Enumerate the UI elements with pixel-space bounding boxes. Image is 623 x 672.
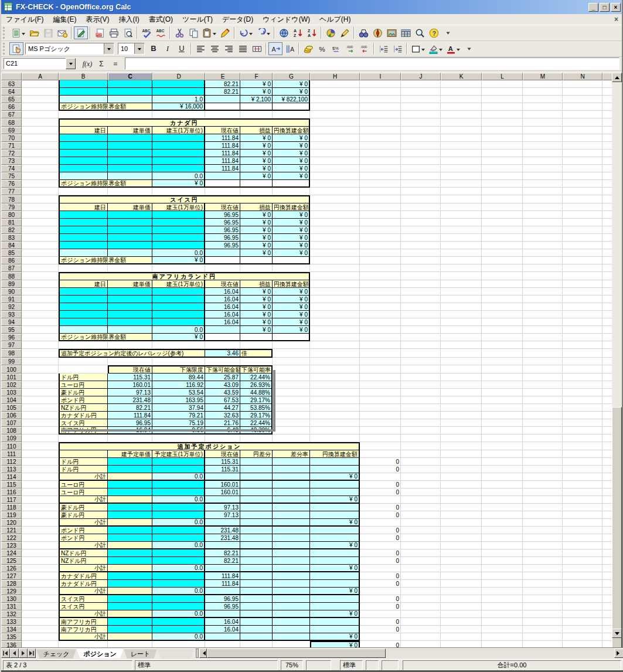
cell-N107[interactable]: [563, 419, 602, 427]
percent-format-button[interactable]: %: [315, 42, 329, 55]
cell-I91[interactable]: [360, 296, 401, 303]
cell-L132[interactable]: [482, 610, 523, 618]
cell-N71[interactable]: [563, 142, 602, 150]
cell-G95[interactable]: ¥ 0: [273, 326, 310, 334]
cell-H120[interactable]: ¥ 0: [310, 519, 360, 527]
row-header-127[interactable]: 127: [1, 572, 22, 580]
cell-D113[interactable]: [152, 466, 205, 473]
row-header-94[interactable]: 94: [1, 318, 22, 326]
cell-A95[interactable]: [22, 326, 59, 334]
cell-H74[interactable]: [310, 165, 360, 172]
cell-K90[interactable]: [441, 288, 482, 296]
cell-G120[interactable]: [273, 519, 310, 527]
cell-N79[interactable]: [563, 203, 602, 211]
column-header-D[interactable]: D: [152, 73, 205, 80]
cell-M85[interactable]: [523, 249, 563, 257]
cell-N125[interactable]: [563, 557, 602, 565]
cell-B92[interactable]: [59, 303, 108, 311]
row-header-86[interactable]: 86: [1, 257, 22, 264]
underline-button[interactable]: U: [175, 42, 189, 55]
cell-H83[interactable]: [310, 234, 360, 242]
cell-M128[interactable]: [523, 580, 563, 588]
cell-M105[interactable]: [523, 404, 563, 412]
cell-F71[interactable]: ¥ 0: [240, 142, 273, 150]
cell-C117[interactable]: [108, 496, 152, 504]
cell-H125[interactable]: [310, 557, 360, 565]
cell-N70[interactable]: [563, 134, 602, 142]
cell-D117[interactable]: 0.0: [152, 496, 205, 504]
cell-G123[interactable]: [273, 542, 310, 549]
cell-K122[interactable]: [441, 534, 482, 542]
cell-G130[interactable]: [273, 595, 310, 603]
cell-J97[interactable]: [401, 341, 441, 349]
cell-G126[interactable]: [273, 565, 310, 572]
cell-L85[interactable]: [482, 249, 523, 257]
cell-I90[interactable]: [360, 288, 401, 296]
cell-I118[interactable]: 0: [360, 504, 401, 511]
data-sources-button[interactable]: [399, 26, 413, 39]
chevron-down-icon[interactable]: [104, 43, 114, 54]
cell-N86[interactable]: [563, 257, 602, 264]
row-header-101[interactable]: 101: [1, 374, 22, 381]
cell-I83[interactable]: [360, 234, 401, 242]
row-header-121[interactable]: 121: [1, 527, 22, 534]
cell-I92[interactable]: [360, 303, 401, 311]
cell-K80[interactable]: [441, 211, 482, 219]
cell-G125[interactable]: [273, 557, 310, 565]
cell-D112[interactable]: [152, 458, 205, 466]
scroll-down-button[interactable]: [612, 629, 622, 638]
cell-C92[interactable]: [108, 303, 152, 311]
cell-H91[interactable]: [310, 296, 360, 303]
row-header-125[interactable]: 125: [1, 557, 22, 565]
cell-M72[interactable]: [523, 150, 563, 157]
cell-D109[interactable]: [152, 435, 205, 442]
cell-F97[interactable]: [240, 341, 273, 349]
cell-C124[interactable]: [108, 549, 152, 557]
cell-K106[interactable]: [441, 412, 482, 419]
cell-E63[interactable]: 82.21: [205, 80, 240, 88]
cell-C116[interactable]: [108, 488, 152, 496]
next-sheet-button[interactable]: [19, 649, 28, 658]
cell-L66[interactable]: [482, 103, 523, 111]
cell-D76[interactable]: ¥ 0: [152, 180, 205, 188]
cell-I100[interactable]: [360, 365, 401, 374]
cell-J77[interactable]: [401, 188, 441, 195]
cell-D64[interactable]: [152, 88, 205, 96]
cell-G72[interactable]: ¥ 0: [273, 150, 310, 157]
cell-E119[interactable]: 97.13: [205, 511, 240, 519]
cell-A112[interactable]: [22, 458, 59, 466]
cell-J75[interactable]: [401, 172, 441, 180]
cell-I127[interactable]: 0: [360, 572, 401, 580]
cell-M94[interactable]: [523, 318, 563, 326]
cell-F121[interactable]: [240, 527, 273, 534]
cell-H72[interactable]: [310, 150, 360, 157]
row-header-112[interactable]: 112: [1, 458, 22, 466]
cell-E114[interactable]: [205, 473, 240, 481]
add-decimal-button[interactable]: .000: [343, 42, 358, 55]
cell-E130[interactable]: 96.95: [205, 595, 240, 603]
save-button[interactable]: [41, 26, 55, 39]
cell-K81[interactable]: [441, 219, 482, 226]
row-header-100[interactable]: 100: [1, 365, 22, 374]
cell-I82[interactable]: [360, 226, 401, 234]
row-header-64[interactable]: 64: [1, 88, 22, 96]
cell-F109[interactable]: [240, 435, 273, 442]
cell-D87[interactable]: [152, 264, 205, 272]
cell-A84[interactable]: [22, 242, 59, 249]
cell-M86[interactable]: [523, 257, 563, 264]
cell-K107[interactable]: [441, 419, 482, 427]
cell-D92[interactable]: [152, 303, 205, 311]
column-header-M[interactable]: M: [523, 73, 563, 80]
cell-H70[interactable]: [310, 134, 360, 142]
cell-D116[interactable]: [152, 488, 205, 496]
cell-K64[interactable]: [441, 88, 482, 96]
cell-J78[interactable]: [401, 195, 441, 203]
cell-H96[interactable]: [310, 334, 360, 341]
cell-J119[interactable]: [401, 511, 441, 519]
cell-K98[interactable]: [441, 349, 482, 358]
cell-G71[interactable]: ¥ 0: [273, 142, 310, 150]
cell-J110[interactable]: [401, 442, 441, 450]
cell-M106[interactable]: [523, 412, 563, 419]
first-sheet-button[interactable]: [1, 649, 10, 658]
cell-C130[interactable]: [108, 595, 152, 603]
